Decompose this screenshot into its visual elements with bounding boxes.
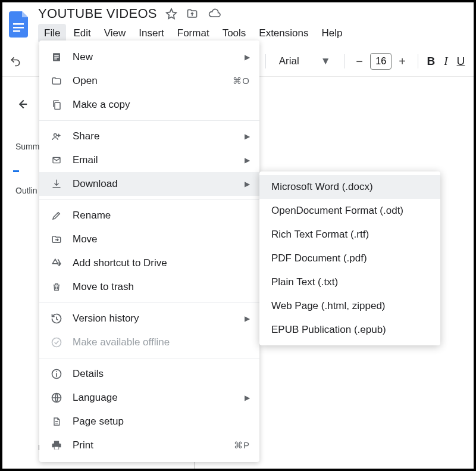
download-option-txt[interactable]: Plain Text (.txt) (259, 270, 440, 294)
star-icon[interactable] (165, 8, 177, 20)
svg-rect-7 (55, 102, 60, 109)
menu-item-new[interactable]: New ▶ (39, 45, 259, 69)
menu-divider (39, 302, 259, 303)
menu-item-label: Move (73, 233, 98, 245)
font-family-value: Arial (279, 55, 299, 67)
cloud-status-icon[interactable] (207, 8, 221, 20)
submenu-arrow-icon: ▶ (245, 314, 250, 323)
download-submenu: Microsoft Word (.docx) OpenDocument Form… (259, 171, 440, 345)
font-size-group: − 16 + (351, 53, 411, 70)
document-title[interactable]: YOUTUBE VIDEOS (38, 6, 157, 21)
history-icon (50, 312, 63, 325)
menu-item-details[interactable]: Details (39, 362, 259, 386)
download-option-pdf[interactable]: PDF Document (.pdf) (259, 247, 440, 270)
share-icon (50, 130, 63, 143)
move-icon (50, 233, 63, 246)
menu-item-label: Move to trash (73, 281, 134, 293)
menu-item-label: Version history (73, 313, 139, 325)
download-option-epub[interactable]: EPUB Publication (.epub) (259, 318, 440, 342)
menu-extensions[interactable]: Extensions (253, 24, 314, 43)
svg-rect-4 (54, 55, 59, 56)
submenu-arrow-icon: ▶ (245, 53, 250, 61)
menu-item-label: Add shortcut to Drive (73, 257, 167, 269)
svg-rect-2 (13, 30, 20, 32)
move-folder-icon[interactable] (186, 8, 199, 20)
svg-rect-0 (13, 23, 24, 25)
file-menu-dropdown: New ▶ Open ⌘O Make a copy Share ▶ Email … (39, 40, 259, 462)
submenu-arrow-icon: ▶ (245, 394, 250, 402)
menu-divider (39, 358, 259, 358)
menu-item-page-setup[interactable]: Page setup (39, 410, 259, 433)
menu-item-label: Open (73, 75, 98, 87)
titlebar: YOUTUBE VIDEOS File Edit View Insert For… (2, 2, 474, 43)
font-size-increase-button[interactable]: + (394, 53, 411, 70)
menu-item-make-copy[interactable]: Make a copy (39, 93, 259, 117)
menu-item-label: Make a copy (73, 99, 130, 111)
chevron-down-icon: ▼ (321, 55, 331, 67)
toolbar-separator (265, 54, 266, 68)
undo-button[interactable] (10, 51, 21, 71)
menu-item-email[interactable]: Email ▶ (39, 148, 259, 172)
download-option-html[interactable]: Web Page (.html, zipped) (259, 294, 440, 318)
font-size-input[interactable]: 16 (370, 53, 392, 70)
submenu-arrow-icon: ▶ (245, 132, 250, 141)
menu-item-download[interactable]: Download ▶ (39, 172, 259, 196)
menu-item-label: Details (73, 368, 104, 380)
outline-pane: Summ Outlin (2, 92, 38, 195)
globe-icon (50, 391, 63, 404)
outline-back-icon[interactable] (15, 98, 38, 113)
download-icon (50, 177, 63, 191)
menu-divider (39, 120, 259, 121)
rename-icon (50, 209, 63, 222)
menu-item-offline: Make available offline (39, 330, 259, 354)
toolbar-separator (418, 54, 418, 68)
page-icon (50, 415, 63, 428)
trash-icon (50, 280, 63, 294)
offline-icon (50, 336, 63, 349)
menu-item-language[interactable]: Language ▶ (39, 386, 259, 410)
menu-item-label: Email (73, 154, 98, 166)
font-size-decrease-button[interactable]: − (351, 53, 368, 70)
menu-item-label: Print (73, 439, 93, 451)
svg-rect-13 (55, 447, 59, 450)
bold-button[interactable]: B (425, 52, 437, 71)
menu-item-trash[interactable]: Move to trash (39, 275, 259, 299)
download-option-docx[interactable]: Microsoft Word (.docx) (259, 175, 440, 199)
svg-rect-5 (54, 57, 59, 58)
keyboard-shortcut: ⌘O (233, 76, 250, 86)
menu-item-version-history[interactable]: Version history ▶ (39, 307, 259, 330)
menu-item-print[interactable]: Print ⌘P (39, 433, 259, 457)
info-icon (50, 367, 63, 380)
outline-heading-label: Outlin (15, 186, 38, 195)
document-icon (50, 51, 63, 64)
keyboard-shortcut: ⌘P (234, 440, 250, 451)
copy-icon (50, 98, 63, 111)
menu-item-rename[interactable]: Rename (39, 204, 259, 227)
outline-summary-label: Summ (15, 142, 38, 151)
folder-icon (50, 74, 63, 88)
menu-item-label: Download (73, 178, 118, 190)
svg-rect-1 (13, 27, 24, 29)
menu-item-label: Share (73, 130, 99, 142)
italic-button[interactable]: I (440, 52, 452, 71)
font-family-select[interactable]: Arial ▼ (273, 53, 337, 70)
menu-item-add-shortcut[interactable]: Add shortcut to Drive (39, 251, 259, 275)
docs-logo-icon[interactable] (7, 9, 31, 40)
menu-help[interactable]: Help (315, 24, 348, 43)
menu-item-open[interactable]: Open ⌘O (39, 69, 259, 93)
print-icon (50, 439, 63, 452)
download-option-rtf[interactable]: Rich Text Format (.rtf) (259, 223, 440, 247)
svg-point-10 (52, 338, 61, 347)
drive-shortcut-icon (50, 257, 63, 270)
menu-item-label: New (73, 51, 93, 63)
download-option-odt[interactable]: OpenDocument Format (.odt) (259, 199, 440, 223)
submenu-arrow-icon: ▶ (245, 180, 250, 188)
menu-item-share[interactable]: Share ▶ (39, 124, 259, 148)
menu-item-move[interactable]: Move (39, 227, 259, 251)
email-icon (50, 154, 63, 167)
menu-item-label: Rename (73, 210, 111, 222)
menu-item-label: Language (73, 392, 118, 404)
svg-rect-6 (54, 58, 57, 60)
menu-divider (39, 199, 259, 200)
underline-button[interactable]: U (455, 52, 466, 71)
